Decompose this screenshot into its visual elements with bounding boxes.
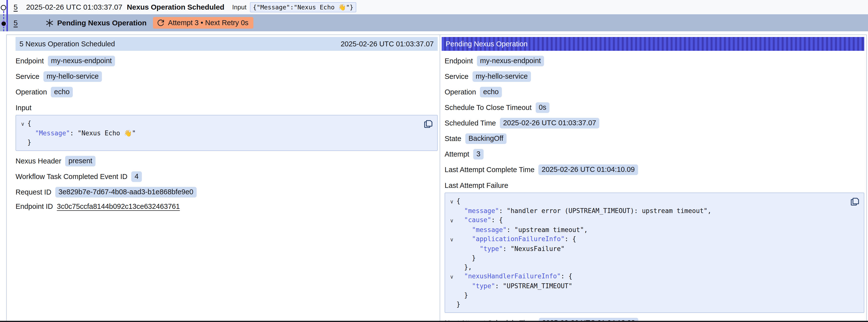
code-text: } [457,254,476,263]
field-label: Endpoint [16,57,44,65]
code-text: "message": "handler error (UPSTREAM_TIME… [457,206,711,216]
field-value-chip: present [65,156,95,166]
caret-gutter [447,206,457,216]
code-text: { [457,196,460,206]
code-line: ∨ "applicationFailureInfo": { [447,234,846,244]
code-text: "message": "upstream timeout", [457,225,588,234]
field-label: Endpoint [444,57,473,65]
event-details-container: 5 Nexus Operation Scheduled 2025-02-26 U… [6,34,867,322]
code-line: ∨{ [18,119,420,129]
field-value-chip: 0s [536,102,550,113]
code-line: } [447,300,846,309]
field-value-chip: 2025-02-26 UTC 01:03:37.07 [500,118,599,128]
event-details-panel: 5 Nexus Operation Scheduled 2025-02-26 U… [7,35,440,322]
field-value-chip: my-hello-service [43,71,102,82]
field-value-chip: echo [51,87,73,97]
code-line: "Message": "Nexus Echo 👋" [18,129,420,138]
timeline-dashed-line [3,8,4,31]
field-label: Attempt [444,150,469,158]
code-text: } [27,138,31,147]
code-line: ∨{ [447,196,846,206]
pending-asterisk-icon [45,19,54,27]
collapse-caret-icon[interactable]: ∨ [447,234,457,244]
window-bottom-edge [0,321,868,322]
field-row-schedule-to-close-timeout: Schedule To Close Timeout0s [444,102,864,113]
field-value-chip: echo [480,87,502,97]
code-line: ∨ "cause": { [447,216,846,225]
caret-gutter [18,138,27,147]
field-label: Service [16,72,39,80]
field-row-service: Servicemy-hello-service [16,71,438,82]
copy-button[interactable] [849,196,860,207]
collapse-caret-icon[interactable]: ∨ [447,272,457,282]
caret-gutter [447,225,457,234]
event-details-header-title: 5 Nexus Operation Scheduled [20,40,115,48]
copy-icon [423,119,433,129]
timeline-filled-node-icon [1,22,6,26]
event-title: Nexus Operation Scheduled [127,3,224,11]
code-line: }, [447,263,846,272]
code-line: } [18,138,420,147]
event-id-link[interactable]: 5 [13,3,18,11]
caret-gutter [18,129,27,138]
field-row-nexus-header: Nexus Headerpresent [16,156,438,166]
input-json-block: ∨{ "Message": "Nexus Echo 👋"} [16,115,438,151]
field-row-endpoint: Endpointmy-nexus-endpoint [444,56,864,66]
field-value-link[interactable]: 3c0c75ccfa8144b092c13ce632463761 [57,202,180,211]
event-id-link[interactable]: 5 [13,19,18,27]
field-value-chip: my-nexus-endpoint [477,56,544,66]
caret-gutter [447,263,457,272]
code-text: "nexusHandlerFailureInfo": { [457,272,572,282]
copy-icon [849,196,860,207]
event-attribute-list: Endpointmy-nexus-endpointServicemy-hello… [16,56,438,97]
input-preview-chip: {"Message":"Nexus Echo 👋"} [250,2,356,12]
field-label: Last Attempt Complete Time [444,166,534,174]
failure-section-label: Last Attempt Failure [444,182,864,190]
code-text: } [457,300,460,309]
timeline-open-node-icon [1,5,6,10]
collapse-caret-icon[interactable]: ∨ [447,196,457,206]
code-text: { [27,119,31,129]
event-row-scheduled[interactable]: 5 2025-02-26 UTC 01:03:37.07 Nexus Opera… [0,0,868,14]
code-line: "type": "UPSTREAM_TIMEOUT" [447,282,846,291]
event-timestamp: 2025-02-26 UTC 01:03:37.07 [26,3,122,11]
field-value-chip: 3e829b7e-7d67-4b08-aad3-b1e868bfe9e0 [55,187,197,197]
caret-gutter [447,300,457,309]
field-label: Nexus Header [16,157,61,165]
code-text: "Message": "Nexus Echo 👋" [27,129,136,138]
field-value-chip: 3 [473,149,484,160]
pending-operation-panel: Pending Nexus Operation Endpointmy-nexus… [440,35,866,322]
collapse-caret-icon[interactable]: ∨ [447,216,457,225]
pending-operation-header: Pending Nexus Operation [442,37,864,51]
event-title: Pending Nexus Operation [57,19,147,27]
code-text: "type": "NexusFailure" [457,244,564,254]
field-row-state: StateBackingOff [444,133,864,144]
field-row-workflow-task-completed-event-id: Workflow Task Completed Event ID4 [16,171,438,182]
field-label: Operation [444,88,476,96]
pending-operation-header-title: Pending Nexus Operation [445,40,528,48]
retry-badge-label: Attempt 3 • Next Retry 0s [168,19,248,27]
field-value-chip: BackingOff [465,133,506,144]
field-label: State [444,135,461,143]
caret-gutter [447,254,457,263]
code-line: } [447,254,846,263]
input-section-label: Input [16,104,438,112]
event-row-pending[interactable]: 5 Pending Nexus Operation Attempt 3 • Ne… [0,14,868,31]
caret-gutter [447,291,457,300]
event-details-header-timestamp: 2025-02-26 UTC 01:03:37.07 [341,40,434,48]
retry-badge: Attempt 3 • Next Retry 0s [153,17,253,29]
event-attribute-list: Nexus HeaderpresentWorkflow Task Complet… [16,156,438,211]
field-row-scheduled-time: Scheduled Time2025-02-26 UTC 01:03:37.07 [444,118,864,128]
field-value-chip: my-hello-service [472,71,531,82]
pending-operation-attribute-list: Endpointmy-nexus-endpointServicemy-hello… [444,56,864,175]
field-value-chip: 2025-02-26 UTC 01:04:10.09 [538,164,638,175]
field-row-service: Servicemy-hello-service [444,71,864,82]
code-text: }, [457,263,472,272]
field-label: Schedule To Close Timeout [444,103,532,112]
caret-gutter [447,282,457,291]
code-text: } [457,291,468,300]
code-line: } [447,291,846,300]
code-text: "cause": { [457,216,503,225]
collapse-caret-icon[interactable]: ∨ [18,119,27,129]
copy-button[interactable] [423,119,433,129]
